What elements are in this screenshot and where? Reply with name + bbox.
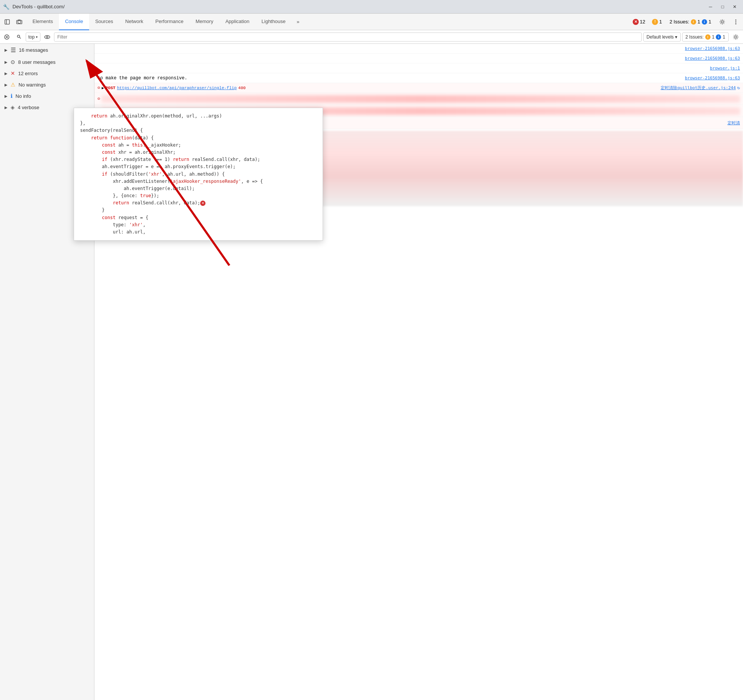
info-icon: ℹ — [11, 93, 12, 99]
info-label: No info — [15, 93, 31, 99]
code-line-16: type: 'xhr', — [94, 222, 145, 227]
svg-line-13 — [20, 37, 21, 39]
code-line-17: url: ah.url, — [94, 229, 145, 235]
close-button[interactable]: ✕ — [729, 2, 740, 11]
issues-warning-count: 1 — [698, 19, 700, 25]
more-tabs-button[interactable]: » — [292, 16, 304, 28]
console-message-row: browser-21656988.js:63 — [94, 54, 743, 63]
chinese-source-link[interactable]: 定时清除quillbot历史.user.js:244 — [661, 85, 735, 91]
post-method-label: POST — [105, 86, 115, 90]
issue-info-icon: i — [716, 34, 721, 40]
source-link[interactable]: browser-21656988.js:63 — [685, 46, 740, 51]
error-circle-icon: ⊖ — [97, 85, 100, 91]
svg-point-15 — [46, 36, 48, 38]
clear-console-button[interactable] — [2, 32, 12, 42]
context-dropdown-icon: ▾ — [36, 35, 38, 39]
console-output-panel: browser-21656988.js:63 browser-21656988.… — [94, 44, 743, 700]
warning-count-button[interactable]: ! 1 — [650, 18, 664, 26]
all-messages-label: 16 messages — [19, 47, 48, 53]
levels-arrow-icon: ▾ — [675, 34, 677, 40]
code-line-1: return ah.originalXhr.open(method, url, … — [94, 113, 222, 119]
error-icon: ⊖ — [97, 96, 100, 102]
blurred-error-row-1: ⊖ — [94, 93, 743, 105]
screenshot-button[interactable] — [14, 16, 25, 28]
tab-elements[interactable]: Elements — [26, 14, 59, 30]
context-selector[interactable]: top ▾ — [26, 32, 40, 42]
post-url-link[interactable]: https://quillbot.com/api/paraphraser/sin… — [117, 86, 237, 90]
console-filter-input[interactable] — [54, 32, 642, 42]
source-link[interactable]: browser.js:1 — [710, 66, 740, 71]
svg-point-5 — [721, 21, 723, 23]
tab-console[interactable]: Console — [59, 14, 89, 30]
errors-icon: ✕ — [11, 70, 15, 76]
context-label: top — [28, 34, 35, 40]
sidebar-item-warnings[interactable]: ▶ ⚠ No warnings — [0, 79, 94, 90]
title-bar: 🔧 DevTools - quillbot.com/ ─ □ ✕ — [0, 0, 743, 14]
tab-application[interactable]: Application — [219, 14, 256, 30]
console-filter-button[interactable] — [14, 32, 24, 42]
minimize-button[interactable]: ─ — [705, 2, 716, 11]
tab-sources[interactable]: Sources — [89, 14, 119, 30]
error-count-button[interactable]: ✕ 12 — [630, 18, 647, 26]
message-content: to make the page more responsive. — [97, 76, 685, 81]
levels-label: Default levels — [647, 34, 674, 40]
console-settings-button[interactable] — [730, 31, 741, 43]
log-levels-button[interactable]: Default levels ▾ — [643, 32, 681, 42]
expand-arrow-icon: ▶ — [5, 105, 8, 110]
issue-warn-icon: ! — [705, 34, 711, 40]
expand-post-button[interactable]: ▶ — [102, 86, 104, 90]
svg-point-14 — [45, 36, 50, 39]
main-content: ▶ ☰ 16 messages ▶ ⊙ 8 user messages ▶ ✕ … — [0, 44, 743, 700]
expand-arrow-icon: ▶ — [5, 60, 8, 64]
source-link[interactable]: browser-21656988.js:63 — [685, 76, 740, 80]
error-x-icon[interactable]: ✕ — [200, 201, 205, 206]
maximize-button[interactable]: □ — [717, 2, 728, 11]
devtools-panel: Elements Console Sources Network Perform… — [0, 14, 743, 700]
code-line-12: }, {once: true}); — [94, 193, 159, 198]
chinese-source-link-2[interactable]: 定时清 — [728, 120, 740, 126]
issues-label: 2 Issues: — [670, 19, 689, 25]
sidebar-item-all-messages[interactable]: ▶ ☰ 16 messages — [0, 44, 94, 56]
code-line-6: const xhr = ah.originalXhr; — [94, 150, 176, 155]
issues-button[interactable]: 2 Issues: ! 1 i 1 — [667, 18, 715, 26]
user-messages-icon: ⊙ — [11, 59, 15, 65]
issues-count-button[interactable]: 2 Issues: ! 1 i 1 — [682, 32, 729, 42]
sidebar-item-info[interactable]: ▶ ℹ No info — [0, 90, 94, 102]
expand-arrow-icon: ▶ — [5, 83, 8, 87]
sidebar-item-errors[interactable]: ▶ ✕ 12 errors — [0, 68, 94, 79]
sidebar-item-user-messages[interactable]: ▶ ⊙ 8 user messages — [0, 56, 94, 68]
errors-label: 12 errors — [18, 71, 38, 76]
refresh-icon[interactable]: ↻ — [737, 85, 740, 91]
tab-network[interactable]: Network — [119, 14, 150, 30]
expand-arrow-icon: ▶ — [5, 94, 8, 98]
eye-filter-button[interactable] — [42, 32, 53, 42]
issues-info-icon: i — [702, 19, 707, 25]
code-line-5: const ah = this.__ajaxHooker; — [94, 142, 181, 148]
all-messages-icon: ☰ — [11, 46, 16, 54]
devtools-settings-button[interactable] — [717, 16, 728, 28]
issue-warn-count: 1 — [712, 34, 715, 40]
console-message-row: browser-21656988.js:63 — [94, 44, 743, 54]
tab-performance[interactable]: Performance — [149, 14, 189, 30]
code-block: return ah.originalXhr.open(method, url, … — [94, 108, 323, 240]
window-controls: ─ □ ✕ — [705, 2, 740, 11]
code-line-3: sendFactory(realSend) { — [94, 128, 143, 133]
code-line-7: if (xhr.readyState !== 1) return realSen… — [94, 157, 260, 162]
devtools-more-button[interactable] — [730, 16, 741, 28]
issue-info-count: 1 — [723, 34, 725, 40]
tab-bar: Elements Console Sources Network Perform… — [0, 14, 743, 30]
tab-memory[interactable]: Memory — [190, 14, 219, 30]
code-line-9: if (shouldFilter('xhr', ah.url, ah.metho… — [94, 172, 225, 177]
tab-lighthouse[interactable]: Lighthouse — [255, 14, 292, 30]
issues-count-label: 2 Issues: — [686, 34, 704, 40]
error-count: 12 — [640, 19, 645, 25]
user-messages-label: 8 user messages — [18, 59, 56, 65]
dock-button[interactable] — [2, 16, 13, 28]
post-error-row: ⊖ ▶ POST https://quillbot.com/api/paraph… — [94, 83, 743, 93]
svg-point-16 — [735, 36, 737, 38]
expand-arrow-icon: ▶ — [5, 48, 8, 52]
post-status-label: 400 — [238, 86, 246, 90]
warnings-icon: ⚠ — [11, 82, 15, 88]
issues-info-count: 1 — [709, 19, 711, 25]
source-link[interactable]: browser-21656988.js:63 — [685, 56, 740, 61]
